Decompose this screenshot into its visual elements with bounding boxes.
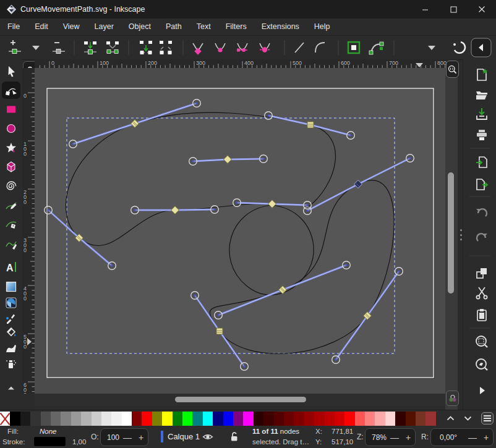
node-smooth-icon[interactable] bbox=[215, 43, 225, 53]
undo-icon[interactable] bbox=[476, 209, 487, 216]
join-with-segment-icon[interactable] bbox=[106, 41, 119, 54]
toolbox-rectangle-tool[interactable] bbox=[7, 106, 15, 113]
palette-scroll-down-button[interactable] bbox=[464, 416, 481, 421]
palette-swatch-bf0000[interactable] bbox=[325, 412, 335, 426]
palette-swatch-550000[interactable] bbox=[274, 412, 284, 426]
toolbox-more-tools-chevron[interactable] bbox=[8, 387, 14, 390]
toolbox-spiral-tool[interactable] bbox=[7, 182, 15, 190]
control-handle[interactable] bbox=[45, 206, 53, 214]
menu-item-path[interactable]: Path bbox=[158, 19, 189, 35]
control-handle[interactable] bbox=[69, 140, 77, 148]
menu-item-file[interactable]: File bbox=[0, 19, 27, 35]
control-handle[interactable] bbox=[189, 158, 197, 166]
palette-swatch-993333[interactable] bbox=[425, 412, 435, 426]
break-nodes-icon[interactable] bbox=[140, 41, 152, 54]
opacity-increase-button[interactable]: + bbox=[134, 433, 148, 442]
palette-swatch-1a1a1a[interactable] bbox=[20, 412, 30, 426]
control-handle[interactable] bbox=[332, 356, 340, 364]
control-handle[interactable] bbox=[260, 155, 268, 163]
palette-swatch-cccccc[interactable] bbox=[92, 412, 101, 426]
palette-swatch-ffd5d5[interactable] bbox=[385, 412, 395, 426]
zoom-1-1-button[interactable] bbox=[446, 61, 459, 78]
path-node-I[interactable] bbox=[216, 328, 223, 334]
palette-swatch-ffffff[interactable] bbox=[122, 412, 132, 426]
palette-swatch-551100[interactable] bbox=[406, 412, 416, 426]
rotation-increase-button[interactable]: + bbox=[479, 433, 493, 442]
palette-swatch-808080[interactable] bbox=[61, 412, 71, 426]
palette-swatch-400000[interactable] bbox=[263, 412, 273, 426]
snap-icon[interactable] bbox=[453, 42, 465, 53]
palette-swatch-ffaaaa[interactable] bbox=[375, 412, 385, 426]
toolbox-gradient-tool[interactable] bbox=[7, 282, 16, 292]
toolbox-pencil-tool[interactable] bbox=[6, 203, 17, 209]
rotation-widget[interactable]: 0,00° — + bbox=[430, 428, 494, 446]
palette-swatch-000080[interactable] bbox=[213, 412, 223, 426]
control-handle[interactable] bbox=[191, 292, 199, 300]
join-nodes-icon[interactable] bbox=[84, 41, 96, 54]
menu-item-text[interactable]: Text bbox=[189, 19, 218, 35]
palette-scroll-up-button[interactable] bbox=[447, 416, 464, 421]
zoom-drawing-icon[interactable] bbox=[476, 359, 487, 370]
control-handle[interactable] bbox=[347, 132, 355, 140]
palette-swatch-ff8080[interactable] bbox=[365, 412, 375, 426]
palette-swatch-333333[interactable] bbox=[30, 412, 40, 426]
zoom-increase-button[interactable]: + bbox=[401, 433, 415, 442]
vertical-scrollbar-thumb[interactable] bbox=[448, 172, 454, 294]
zoom-widget[interactable]: 78% — + bbox=[365, 428, 416, 446]
horizontal-scrollbar-thumb[interactable] bbox=[175, 397, 306, 402]
vertical-ruler[interactable]: 0100200300400500600 bbox=[22, 68, 35, 394]
palette-swatch-330000[interactable] bbox=[395, 412, 405, 426]
paste-icon[interactable] bbox=[477, 309, 486, 321]
palette-swatch-800000[interactable] bbox=[294, 412, 304, 426]
palette-swatch-666666[interactable] bbox=[51, 412, 61, 426]
print-icon[interactable] bbox=[477, 130, 487, 140]
opacity-decrease-button[interactable]: — bbox=[121, 433, 134, 442]
control-handle[interactable] bbox=[395, 268, 403, 276]
palette-swatch-800000[interactable] bbox=[132, 412, 142, 426]
menu-item-view[interactable]: View bbox=[56, 19, 87, 35]
control-handle[interactable] bbox=[215, 311, 223, 319]
toolbox-star-tool[interactable] bbox=[6, 143, 16, 153]
save-document-icon[interactable] bbox=[477, 108, 487, 119]
menu-item-help[interactable]: Help bbox=[307, 19, 338, 35]
layer-name[interactable]: Calque 1 bbox=[168, 432, 200, 441]
zoom-decrease-button[interactable]: — bbox=[388, 433, 401, 442]
drawing-area[interactable] bbox=[35, 68, 445, 394]
toolbox-bucket-tool[interactable] bbox=[7, 328, 15, 337]
palette-swatch-00ff00[interactable] bbox=[182, 412, 192, 426]
vertical-scrollbar[interactable] bbox=[445, 68, 458, 410]
insert-node-icon[interactable] bbox=[9, 40, 21, 54]
palette-swatch-ffff00[interactable] bbox=[162, 412, 172, 426]
layer-lock-open-icon[interactable] bbox=[229, 431, 239, 442]
delete-segment-icon[interactable] bbox=[160, 41, 172, 54]
canvas[interactable] bbox=[35, 68, 445, 394]
cut-icon[interactable] bbox=[476, 287, 487, 299]
palette-swatch-008080[interactable] bbox=[192, 412, 202, 426]
duplicate-icon[interactable] bbox=[477, 268, 487, 278]
palette-swatch-ff0000[interactable] bbox=[344, 412, 354, 426]
node-corner-icon[interactable] bbox=[193, 43, 203, 55]
palette-swatch-773322[interactable] bbox=[416, 412, 425, 426]
segment-curve-icon[interactable] bbox=[315, 43, 325, 53]
horizontal-ruler[interactable]: 0100200300400500600700800 bbox=[35, 59, 458, 68]
toolbox-tweak-tool[interactable] bbox=[6, 345, 16, 352]
fill-value[interactable]: None bbox=[40, 428, 57, 435]
control-handle[interactable] bbox=[304, 201, 312, 209]
palette-swatch-000000[interactable] bbox=[10, 412, 20, 426]
zoom-value[interactable]: 78% bbox=[366, 433, 387, 442]
control-handle[interactable] bbox=[233, 199, 241, 207]
segment-line-icon[interactable] bbox=[295, 43, 304, 53]
rotation-value[interactable]: 0,00° bbox=[431, 433, 457, 442]
stroke-width-value[interactable]: 1,00 bbox=[72, 438, 86, 446]
close-button[interactable] bbox=[468, 0, 496, 19]
control-handle[interactable] bbox=[343, 261, 351, 269]
control-handle[interactable] bbox=[241, 363, 249, 371]
toolbox-pen-tool[interactable] bbox=[6, 222, 16, 229]
menu-item-extensions[interactable]: Extensions bbox=[254, 19, 307, 35]
control-handle[interactable] bbox=[108, 262, 116, 270]
node-auto-icon[interactable] bbox=[260, 43, 270, 53]
toolbox-dropper-tool[interactable] bbox=[6, 315, 15, 324]
rotation-decrease-button[interactable]: — bbox=[466, 433, 479, 442]
palette-swatch-b3b3b3[interactable] bbox=[81, 412, 91, 426]
menu-item-layer[interactable]: Layer bbox=[87, 19, 121, 35]
